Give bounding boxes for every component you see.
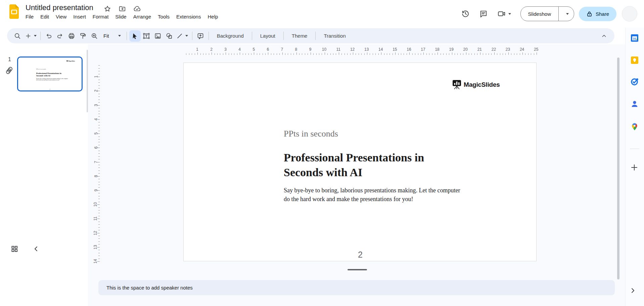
toolbar: Fit Backgr xyxy=(7,28,614,43)
side-panel-divider xyxy=(630,149,639,149)
canvas-scrollbar[interactable] xyxy=(617,58,619,279)
menu-format[interactable]: Format xyxy=(89,12,112,21)
toolbar-separator xyxy=(192,32,192,40)
version-history-icon[interactable] xyxy=(461,9,470,18)
chevron-down-icon xyxy=(566,13,569,15)
google-tasks-icon[interactable] xyxy=(630,77,639,86)
chevron-down-icon xyxy=(185,35,188,37)
meet-presentation-control[interactable] xyxy=(497,9,511,18)
collapse-toolbar-icon[interactable] xyxy=(598,30,610,42)
slide-page-number: 2 xyxy=(18,88,82,90)
insert-comment-tool[interactable] xyxy=(195,30,206,42)
brand-logo[interactable]: MagicSlides xyxy=(452,80,500,89)
speaker-notes-resize-handle[interactable] xyxy=(348,269,367,270)
slide-kicker-text: PPts in seconds xyxy=(36,69,46,70)
menu-edit[interactable]: Edit xyxy=(37,12,52,21)
cloud-save-status-icon[interactable] xyxy=(133,5,141,13)
new-slide-button[interactable] xyxy=(23,30,38,42)
transition-button[interactable]: Transition xyxy=(318,33,351,39)
menu-slide[interactable]: Slide xyxy=(112,12,130,21)
chevron-down-icon xyxy=(34,35,37,37)
slide-link-rings-icon xyxy=(6,66,13,75)
google-keep-icon[interactable] xyxy=(630,56,639,65)
horizontal-ruler: 1234567891011121314151617181920212223242… xyxy=(183,48,537,55)
magicslides-icon xyxy=(66,60,68,62)
toolbar-strip: Fit Backgr xyxy=(0,28,625,44)
side-panel: 31 xyxy=(625,28,644,306)
star-icon[interactable] xyxy=(103,5,111,13)
slides-logo-icon[interactable] xyxy=(9,4,19,19)
undo-icon[interactable] xyxy=(43,30,54,42)
video-camera-icon xyxy=(497,9,506,18)
collapse-filmstrip-icon[interactable] xyxy=(32,244,40,254)
account-avatar[interactable] xyxy=(622,6,637,22)
select-tool[interactable] xyxy=(129,30,141,42)
slide-title-text: Professional Presentations in Seconds wi… xyxy=(36,72,61,77)
show-side-panel-icon[interactable] xyxy=(630,288,638,296)
toolbar-separator xyxy=(209,32,209,40)
speaker-notes-placeholder: This is the space to add speaker notes xyxy=(106,285,193,291)
zoom-value: Fit xyxy=(103,33,109,39)
slide-thumbnail-preview: MagicSlides PPts in seconds Professional… xyxy=(18,58,82,90)
slide-editor[interactable]: MagicSlides PPts in seconds Professional… xyxy=(183,63,537,261)
menu-help[interactable]: Help xyxy=(204,12,221,21)
background-button[interactable]: Background xyxy=(211,33,249,39)
menu-tools[interactable]: Tools xyxy=(154,12,173,21)
chevron-down-icon xyxy=(118,35,121,37)
slideshow-split-button: Slideshow xyxy=(520,6,574,21)
slide-page-number: 2 xyxy=(184,250,537,260)
toolbar-separator xyxy=(315,32,316,40)
magicslides-icon xyxy=(452,80,461,89)
slide-body-text[interactable]: Say bye-bye to boring, laborious present… xyxy=(284,186,460,203)
get-addons-icon[interactable] xyxy=(630,163,638,171)
menu-file[interactable]: File xyxy=(22,12,37,21)
slideshow-button[interactable]: Slideshow xyxy=(521,7,559,21)
slide-thumbnail-1[interactable]: MagicSlides PPts in seconds Professional… xyxy=(17,56,83,91)
paint-format-icon[interactable] xyxy=(77,30,89,42)
header: Untitled presentation File Edit View Ins… xyxy=(0,0,644,28)
menu-extensions[interactable]: Extensions xyxy=(173,12,204,21)
toolbar-separator xyxy=(252,32,252,40)
insert-shape-tool[interactable] xyxy=(164,30,175,42)
insert-line-tool[interactable] xyxy=(175,30,190,42)
redo-icon[interactable] xyxy=(54,30,66,42)
document-title[interactable]: Untitled presentation xyxy=(26,3,93,12)
search-menus-icon[interactable] xyxy=(12,30,23,42)
insert-image-tool[interactable] xyxy=(152,30,164,42)
theme-button[interactable]: Theme xyxy=(286,33,313,39)
share-button[interactable]: Share xyxy=(579,7,616,21)
canvas-area: 1234567891011121314151617181920212223242… xyxy=(88,44,625,306)
layout-button[interactable]: Layout xyxy=(255,33,281,39)
filmstrip-panel: 1 MagicSlides PPts in seconds Profession… xyxy=(0,44,88,306)
slide-kicker-text[interactable]: PPts in seconds xyxy=(284,129,338,139)
slide-title-text[interactable]: Professional Presentations in Seconds wi… xyxy=(284,150,424,180)
google-calendar-icon[interactable]: 31 xyxy=(630,34,639,42)
toolbar-separator xyxy=(283,32,284,40)
brand-logo: MagicSlides xyxy=(66,60,75,62)
print-icon[interactable] xyxy=(66,30,77,42)
menu-arrange[interactable]: Arrange xyxy=(130,12,154,21)
zoom-select[interactable]: Fit xyxy=(100,33,124,39)
brand-name: MagicSlides xyxy=(464,81,500,88)
menu-insert[interactable]: Insert xyxy=(70,12,89,21)
google-maps-icon[interactable] xyxy=(630,122,639,131)
google-slides-app: Untitled presentation File Edit View Ins… xyxy=(0,0,644,306)
speaker-notes-input[interactable]: This is the space to add speaker notes xyxy=(98,280,615,295)
chevron-down-icon xyxy=(508,13,511,15)
text-box-tool[interactable] xyxy=(141,30,152,42)
lock-icon xyxy=(586,11,593,17)
slide-1-number: 1 xyxy=(8,56,11,63)
slideshow-options-caret[interactable] xyxy=(559,7,574,21)
zoom-in-icon[interactable] xyxy=(89,30,100,42)
move-folder-icon[interactable] xyxy=(118,5,126,13)
comments-icon[interactable] xyxy=(479,9,488,18)
brand-name: MagicSlides xyxy=(68,61,75,62)
menubar: File Edit View Insert Format Slide Arran… xyxy=(22,12,221,21)
toolbar-separator xyxy=(127,32,127,40)
menu-view[interactable]: View xyxy=(52,12,70,21)
toolbar-separator xyxy=(40,32,41,40)
grid-view-icon[interactable] xyxy=(9,244,19,254)
slide-body-text: Say bye-bye to boring, laborious present… xyxy=(36,78,68,81)
google-contacts-icon[interactable] xyxy=(630,100,639,108)
vertical-ruler: 1234567891011121314 xyxy=(93,63,100,261)
